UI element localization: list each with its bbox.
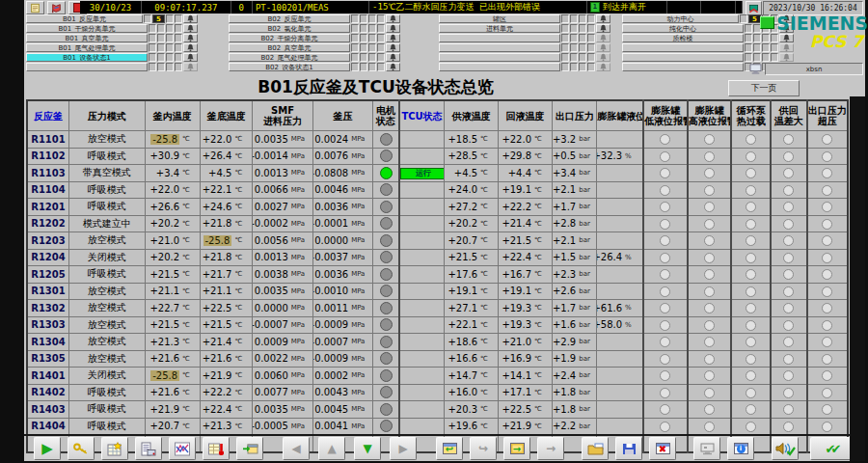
nav-unit-button[interactable]: 罐区 (439, 14, 560, 23)
alarm-ring (704, 134, 715, 145)
login-key-button[interactable] (68, 437, 95, 460)
motor-status-led (380, 217, 393, 230)
alarm-state-cell (579, 53, 586, 62)
cell-a2 (688, 266, 732, 284)
nav-unit-button[interactable]: 质检楼 (622, 34, 744, 42)
alarm-flag-icon[interactable] (47, 1, 66, 14)
nav-unit-button[interactable]: B01_真空单元 (26, 34, 148, 42)
cell-a3 (731, 384, 771, 401)
picture-jump-button[interactable]: → (503, 437, 530, 460)
nav-unit-button[interactable] (439, 63, 560, 71)
alarm-bell-icon[interactable] (596, 43, 610, 52)
nav-unit-button[interactable]: B02_真空单元 (229, 43, 350, 52)
alarm-state-cell (561, 34, 569, 42)
nav-unit-button[interactable]: B02_反应单元 (229, 14, 350, 23)
nav-down-button[interactable]: ▼ (354, 437, 381, 460)
nav-row: B02_真空单元 (229, 43, 400, 52)
user-name-field[interactable]: xbsn (765, 63, 863, 75)
cell-a5 (807, 266, 849, 284)
nav-left-button[interactable]: ◀ (283, 437, 310, 460)
alarm-state-cell (587, 63, 595, 71)
alarm-bell-icon[interactable] (183, 63, 198, 71)
alarm-bell-icon[interactable] (183, 53, 198, 62)
cell-a5 (807, 165, 849, 182)
alarm-bell-icon[interactable] (596, 34, 610, 42)
alarm-status-bar: 30/10/23 09:07:17.237 0 PT-100201/MEAS -… (80, 1, 743, 14)
report-button[interactable] (135, 437, 162, 460)
nav-unit-button[interactable]: B02_干燥分离单元 (229, 34, 350, 42)
alarm-ring (746, 202, 756, 212)
nav-unit-button[interactable]: B02_设备状态1 (229, 63, 350, 71)
motor-status-led (380, 201, 393, 213)
nav-unit-button[interactable] (439, 43, 560, 52)
alarm-time: 09:07:17.237 (142, 1, 231, 14)
measure-button[interactable] (203, 437, 230, 460)
cell-mode: 呼吸模式 (68, 418, 145, 435)
nav-unit-button[interactable] (26, 63, 148, 71)
monitor-hide-button[interactable] (693, 437, 720, 460)
audio-acknowledge-button[interactable] (772, 437, 799, 460)
alarm-bell-icon[interactable] (386, 24, 400, 33)
alarm-bell-icon[interactable] (183, 43, 198, 52)
next-page-button[interactable]: 下一页 (728, 80, 800, 96)
picture-back-button[interactable]: ↩ (436, 437, 463, 460)
run-button[interactable]: ▶ (34, 437, 61, 460)
nav-unit-button[interactable]: 进料单元 (439, 24, 560, 33)
alarm-state-cell (587, 14, 595, 23)
alarm-bell-icon[interactable] (386, 43, 400, 52)
cell-a5 (807, 131, 849, 149)
nav-unit-button[interactable]: B02_氯化单元 (229, 24, 350, 33)
forward-button[interactable]: → (537, 437, 564, 460)
cell-id: R1101 (27, 131, 68, 149)
nav-unit-button[interactable]: B01_设备状态1 (26, 53, 148, 62)
toolbar-separator (24, 434, 865, 436)
alarm-ring (660, 202, 670, 212)
nav-up-button[interactable]: ▲ (318, 437, 345, 460)
nav-unit-button[interactable]: B01_干燥分离单元 (26, 24, 148, 33)
alarm-bell-icon[interactable] (386, 53, 400, 62)
alarm-bell-icon[interactable] (183, 24, 198, 33)
delete-picture-button[interactable]: ✖ (649, 437, 676, 460)
new-picture-icon[interactable] (26, 1, 44, 14)
nav-unit-button[interactable]: 动力中心 (622, 14, 739, 23)
alarm-bell-icon[interactable] (183, 34, 198, 42)
cell-a1 (643, 215, 688, 232)
alarm-bell-icon[interactable] (596, 24, 610, 33)
nav-unit-button[interactable] (439, 53, 560, 62)
nav-unit-button[interactable]: B02_尾气处理单元 (229, 53, 350, 62)
cell-ret: +21.4℃ (499, 215, 553, 232)
nav-unit-button[interactable]: B01_尾气处理单元 (26, 43, 148, 52)
nav-unit-button[interactable]: B01_反应单元 (26, 14, 143, 23)
cell-a4 (771, 334, 807, 351)
alarm-bell-icon[interactable] (386, 34, 400, 42)
alarm-bell-icon[interactable] (596, 53, 610, 62)
alarm-bell-icon[interactable] (386, 63, 400, 71)
cell-motor (373, 418, 399, 435)
alarm-count: 0 (231, 1, 253, 14)
cell-tank (597, 384, 643, 401)
save-picture-button[interactable] (615, 437, 642, 460)
alarm-bell-icon[interactable] (386, 14, 400, 23)
redo-button[interactable]: ↪ (470, 437, 497, 460)
nav-unit-button[interactable] (439, 34, 560, 42)
cell-t_bot: +21.6℃ (201, 350, 253, 368)
picture-info-button[interactable]: i (727, 437, 754, 460)
picture-select-button[interactable] (101, 437, 128, 460)
cell-motor (373, 368, 399, 385)
alarm-bell-icon[interactable] (596, 63, 610, 71)
alarm-bell-icon[interactable] (183, 14, 198, 23)
cell-a3 (731, 165, 771, 182)
trend-button[interactable] (169, 437, 196, 460)
nav-unit-button[interactable] (622, 63, 744, 71)
nav-unit-button[interactable]: 纯化中心 (622, 24, 744, 33)
open-picture-button[interactable] (582, 437, 609, 460)
motor-status-led (380, 133, 393, 146)
alarm-bell-icon[interactable] (596, 14, 610, 23)
nav-right-button[interactable]: ▶ (390, 437, 417, 460)
nav-unit-button[interactable] (622, 43, 744, 52)
cell-tcu (399, 131, 445, 149)
picture-insert-button[interactable] (236, 437, 263, 460)
alarm-list-icon[interactable] (746, 1, 762, 15)
nav-unit-button[interactable] (622, 53, 744, 62)
motor-status-led (380, 369, 393, 382)
